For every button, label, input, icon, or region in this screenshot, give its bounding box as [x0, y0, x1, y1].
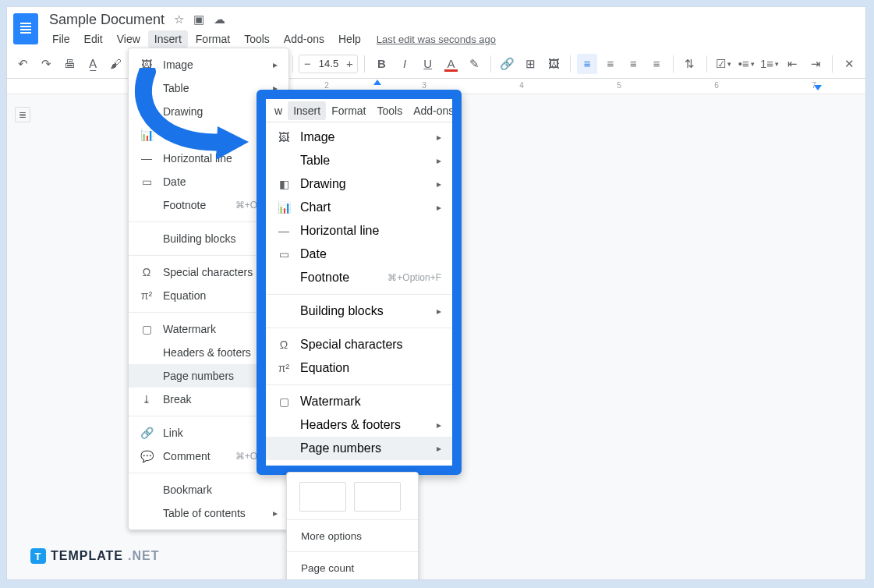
align-center-icon[interactable]: ≡: [600, 54, 621, 74]
page-number-presets: [287, 477, 418, 519]
callout-insert-table[interactable]: Table▸: [266, 149, 452, 172]
last-edit-link[interactable]: Last edit was seconds ago: [377, 34, 496, 45]
separator: [364, 55, 365, 73]
callout-insert-drawing[interactable]: ◧Drawing▸: [266, 172, 452, 196]
special-chars-icon: Ω: [277, 338, 291, 352]
cloud-icon[interactable]: ☁: [213, 13, 225, 26]
more-options[interactable]: More options: [287, 520, 418, 551]
callout-insert-headers[interactable]: Headers & footers▸: [266, 413, 452, 437]
date-icon: ▭: [277, 247, 291, 261]
line-spacing-icon[interactable]: ⇅: [680, 54, 700, 74]
watermark-icon: ▢: [140, 322, 154, 336]
callout-box: w Insert Format Tools Add-ons H 🖼Image▸ …: [257, 90, 462, 475]
docs-logo-icon[interactable]: [13, 13, 38, 44]
callout-insert-dropdown: 🖼Image▸ Table▸ ◧Drawing▸ 📊Chart▸ —Horizo…: [266, 122, 452, 466]
page-numbers-submenu: More options Page count: [286, 472, 419, 580]
drawing-icon: ◧: [140, 104, 154, 119]
submenu-arrow-icon: ▸: [437, 179, 441, 190]
align-left-icon[interactable]: ≡: [577, 54, 597, 74]
align-right-icon[interactable]: ≡: [624, 54, 644, 74]
brand-watermark: T TEMPLATE.NET: [30, 548, 159, 564]
font-size-control[interactable]: − 14.5 +: [299, 55, 358, 73]
special-chars-icon: Ω: [140, 265, 154, 279]
checklist-icon[interactable]: ☑▾: [713, 54, 734, 74]
callout-insert-hline[interactable]: —Horizontal line: [266, 219, 452, 243]
menu-tools[interactable]: Tools: [238, 30, 276, 48]
callout-insert-special[interactable]: ΩSpecial characters: [266, 333, 452, 356]
separator: [673, 55, 674, 73]
callout-insert-chart[interactable]: 📊Chart▸: [266, 196, 452, 219]
outline-toggle-icon[interactable]: ≣: [15, 107, 30, 122]
font-size-value[interactable]: 14.5: [315, 58, 341, 69]
callout-insert-equation[interactable]: π²Equation: [266, 356, 452, 380]
link-icon[interactable]: 🔗: [497, 54, 518, 74]
break-icon: ⤓: [140, 392, 154, 406]
increase-font-icon[interactable]: +: [341, 57, 357, 70]
page-count[interactable]: Page count: [287, 552, 418, 580]
align-justify-icon[interactable]: ≡: [646, 54, 667, 74]
move-icon[interactable]: ▣: [193, 13, 205, 26]
spellcheck-icon[interactable]: A̲: [83, 54, 103, 74]
menu-addons[interactable]: Add-ons: [278, 30, 331, 48]
redo-icon[interactable]: ↷: [37, 54, 57, 74]
decrease-font-icon[interactable]: −: [299, 57, 315, 70]
document-title[interactable]: Sample Document: [49, 12, 165, 28]
divider: [266, 328, 452, 328]
menu-help[interactable]: Help: [332, 30, 367, 48]
preset-thumbnail[interactable]: [354, 482, 401, 512]
italic-icon[interactable]: I: [395, 54, 415, 74]
menu-edit[interactable]: Edit: [78, 30, 109, 48]
link-icon: 🔗: [140, 426, 154, 440]
hline-icon: —: [140, 151, 154, 165]
callout-insert-break[interactable]: ⤓Break: [266, 460, 452, 466]
callout-insert-page-numbers[interactable]: Page numbers▸: [266, 437, 452, 460]
highlight-icon[interactable]: ✎: [464, 54, 484, 74]
insert-toc[interactable]: Table of contents▸: [129, 501, 288, 525]
callout-menu-help[interactable]: H: [459, 101, 462, 120]
callout-insert-image[interactable]: 🖼Image▸: [266, 126, 452, 149]
submenu-arrow-icon: ▸: [273, 59, 278, 70]
submenu-arrow-icon: ▸: [437, 155, 441, 166]
image-icon[interactable]: 🖼: [543, 54, 564, 74]
insert-bookmark[interactable]: Bookmark: [129, 478, 288, 501]
numbered-list-icon[interactable]: 1≡▾: [759, 54, 780, 74]
increase-indent-icon[interactable]: ⇥: [806, 54, 826, 74]
ruler-label: 2: [324, 81, 329, 90]
submenu-arrow-icon: ▸: [437, 202, 441, 213]
ruler-label: 6: [714, 81, 719, 90]
text-color-icon[interactable]: A: [441, 54, 462, 74]
callout-menu-view[interactable]: w: [269, 101, 288, 120]
ruler-label: 4: [519, 81, 524, 90]
callout-insert-watermark[interactable]: ▢Watermark: [266, 390, 452, 413]
underline-icon[interactable]: U: [418, 54, 438, 74]
ruler-label: 3: [422, 81, 426, 90]
comment-icon[interactable]: ⊞: [521, 54, 541, 74]
preset-thumbnail[interactable]: [299, 482, 346, 512]
drawing-icon: ◧: [277, 177, 291, 191]
indent-marker-icon[interactable]: [373, 80, 381, 85]
paint-format-icon[interactable]: 🖌: [106, 54, 126, 74]
callout-menu-insert[interactable]: Insert: [288, 101, 326, 120]
separator: [570, 55, 571, 73]
menu-view[interactable]: View: [111, 30, 147, 48]
decrease-indent-icon[interactable]: ⇤: [783, 54, 803, 74]
comment-icon: 💬: [140, 449, 154, 463]
menu-format[interactable]: Format: [189, 30, 236, 48]
callout-menu-format[interactable]: Format: [326, 101, 371, 120]
menu-insert[interactable]: Insert: [148, 30, 188, 48]
callout-menu-tools[interactable]: Tools: [371, 101, 408, 120]
insert-image[interactable]: 🖼Image▸: [129, 53, 288, 76]
undo-icon[interactable]: ↶: [13, 54, 34, 74]
callout-insert-blocks[interactable]: Building blocks▸: [266, 299, 452, 323]
print-icon[interactable]: 🖶: [59, 54, 80, 74]
star-icon[interactable]: ☆: [172, 13, 185, 26]
bulleted-list-icon[interactable]: •≡▾: [736, 54, 756, 74]
submenu-arrow-icon: ▸: [437, 132, 441, 143]
menu-file[interactable]: File: [46, 30, 76, 48]
clear-formatting-icon[interactable]: ✕: [839, 54, 859, 74]
image-icon: 🖼: [277, 130, 291, 144]
callout-menu-addons[interactable]: Add-ons: [408, 101, 459, 120]
callout-insert-date[interactable]: ▭Date: [266, 243, 452, 266]
callout-insert-footnote[interactable]: Footnote⌘+Option+F: [266, 266, 452, 289]
bold-icon[interactable]: B: [371, 54, 391, 74]
